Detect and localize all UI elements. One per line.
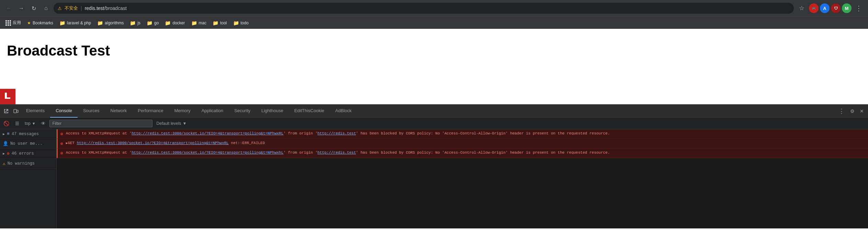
folder-icon: 📁 [233,20,239,26]
tab-memory[interactable]: Memory [169,105,196,118]
bookmark-bookmarks[interactable]: ★ Bookmarks [24,19,56,27]
errors-label: 46 errors [12,151,34,156]
home-button[interactable]: ⌂ [41,3,51,13]
profile-account-icon[interactable]: A [820,3,830,13]
chevron-down-icon: ▼ [183,121,187,126]
error-icon: ⊗ [60,131,63,137]
folder-icon: 📁 [213,20,218,26]
tab-application[interactable]: Application [196,105,229,118]
log-levels-label: Default levels [157,121,181,126]
folder-icon: 📁 [59,20,65,26]
tab-performance[interactable]: Performance [132,105,169,118]
bookmark-label: Bookmarks [33,21,53,25]
bookmark-go[interactable]: 📁 go [144,19,161,27]
extension-icon-1[interactable]: 🎮 [809,3,819,13]
url-host: redis.test [85,5,104,11]
tab-sources[interactable]: Sources [78,105,105,118]
device-toolbar-button[interactable] [11,106,21,116]
error-text-3: Access to XMLHttpRequest at 'http://redi… [66,150,865,156]
tab-elements[interactable]: Elements [21,105,50,118]
bookmarks-bar: 应用 ★ Bookmarks 📁 laravel & php 📁 algorit… [0,16,868,29]
apps-grid-icon [5,20,11,26]
security-warning-icon: ⚠ [58,6,62,11]
inspect-element-button[interactable] [1,106,11,116]
eye-icon-button[interactable]: 👁 [38,119,48,128]
reload-button[interactable]: ↻ [29,3,38,13]
svg-marker-0 [5,93,10,99]
tab-editthiscookie[interactable]: EditThisCookie [289,105,330,118]
error-link-3[interactable]: http://redis.test:3000/socket.io/?EIO=4&… [132,151,283,155]
page-title: Broadcast Test [7,43,861,59]
folder-icon: 📁 [165,20,171,26]
insecure-label: 不安全 [65,5,78,11]
messages-label: 47 messages [12,132,39,137]
tab-adblock[interactable]: AdBlock [330,105,357,118]
list-icon: ≡ [7,131,10,137]
error-text-2: ▶GET http://redis.test:3000/socket.io/?E… [66,140,865,146]
tab-lighthouse[interactable]: Lighthouse [256,105,289,118]
warning-icon: ⚠ [3,161,5,166]
bookmark-label: mac [199,21,207,25]
laravel-icon-container[interactable] [0,89,15,104]
more-tabs-button[interactable]: ⋮ [836,107,847,115]
bookmark-label: laravel & php [67,21,91,25]
laravel-icon [4,92,12,102]
tab-security[interactable]: Security [229,105,256,118]
bookmark-star-button[interactable]: ☆ [797,3,807,13]
console-error-row: ⊗ ▶GET http://redis.test:3000/socket.io/… [57,139,868,149]
apps-label: 应用 [13,20,21,26]
console-error-row: ⊗ Access to XMLHttpRequest at 'http://re… [57,129,868,139]
profile-area: 🎮 A 🛡 M [809,3,852,13]
url-separator: | [81,5,82,11]
bookmark-tool[interactable]: 📁 tool [210,19,229,27]
menu-button[interactable]: ⋮ [854,3,864,13]
bookmark-algorithms[interactable]: 📁 algorithms [94,19,126,27]
page-content: Broadcast Test [0,29,868,104]
tab-console[interactable]: Console [50,105,78,118]
error-circle-icon: ⊗ [7,151,10,156]
sidebar-no-user[interactable]: 👤 No user me... [0,139,56,149]
svg-rect-2 [17,110,18,112]
tab-network[interactable]: Network [105,105,133,118]
sidebar-messages[interactable]: ▶ ≡ 47 messages [0,129,56,139]
no-user-label: No user me... [10,141,43,146]
error-link-origin-3[interactable]: http://redis.test [318,151,356,155]
url-path: /broadcast [104,5,126,11]
messages-toggle-button[interactable] [12,119,22,128]
bookmark-mac[interactable]: 📁 mac [189,19,209,27]
extension-icon-2[interactable]: 🛡 [831,3,841,13]
bookmark-label: algorithms [105,21,124,25]
bookmark-label: go [154,21,159,25]
devtools-settings-button[interactable]: ⚙ [847,106,857,116]
person-icon: 👤 [3,141,8,146]
bookmark-label: tool [220,21,227,25]
forward-button[interactable]: → [16,3,26,13]
expand-arrow: ▶ [66,142,68,145]
sidebar-warnings[interactable]: ⚠ No warnings [0,159,56,169]
back-button[interactable]: ← [4,3,14,13]
bookmark-apps[interactable]: 应用 [3,19,24,27]
error-link-origin-1[interactable]: http://redis.test [318,131,356,135]
extension-icon-3[interactable]: M [842,3,852,13]
bookmark-todo[interactable]: 📁 todo [230,19,251,27]
sidebar-errors[interactable]: ▶ ⊗ 46 errors [0,149,56,159]
clear-console-button[interactable]: 🚫 [1,119,11,128]
bookmark-laravel-php[interactable]: 📁 laravel & php [57,19,94,27]
error-text-1: Access to XMLHttpRequest at 'http://redi… [66,131,865,137]
error-icon: ⊗ [60,151,63,156]
folder-icon: 📁 [191,20,197,26]
bookmark-docker[interactable]: 📁 docker [162,19,187,27]
devtools-close-button[interactable]: ✕ [857,106,867,116]
folder-icon: 📁 [130,20,136,26]
expand-icon: ▶ [3,132,5,136]
browser-actions: ☆ 🎮 A 🛡 M ⋮ [797,3,864,13]
bookmark-label: js [137,21,140,25]
log-levels-button[interactable]: Default levels ▼ [154,120,190,127]
error-link-2[interactable]: http://redis.test:3000/socket.io/?EIO=4&… [77,141,229,145]
address-bar[interactable]: ⚠ 不安全 | redis.test/broadcast [54,3,794,14]
bookmark-js[interactable]: 📁 js [127,19,143,27]
console-filter-input[interactable] [49,120,152,127]
navigation-bar: ← → ↻ ⌂ ⚠ 不安全 | redis.test/broadcast ☆ 🎮… [0,0,868,16]
devtools-tabs: Elements Console Sources Network Perform… [21,105,836,118]
error-link-1[interactable]: http://redis.test:3000/socket.io/?EIO=4&… [132,131,283,135]
